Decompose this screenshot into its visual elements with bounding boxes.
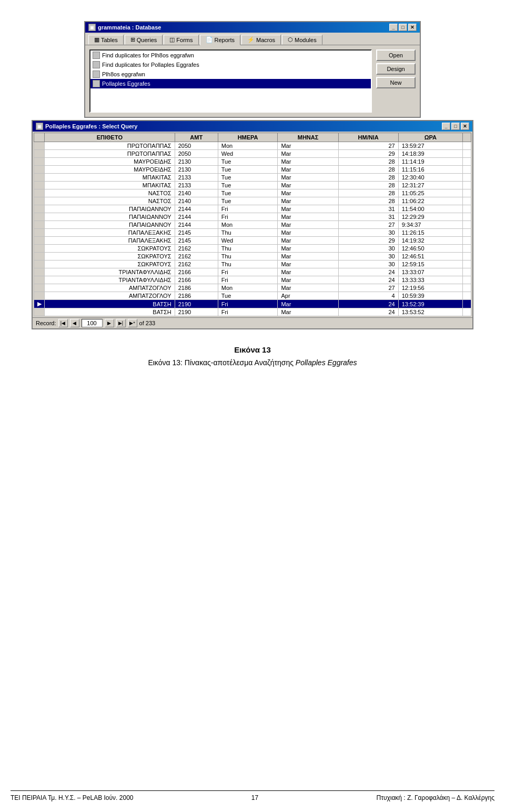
nav-prev-button[interactable]: ◀ [70, 319, 79, 327]
table-row[interactable]: ΠΑΠΑΛΕΞΑΚΗΣ2145ThuMar3011:26:15 [34, 229, 471, 237]
table-row[interactable]: ΠΑΠΑΛΕΞΑΚΗΣ2145WedMar2914:19:32 [34, 237, 471, 245]
table-row[interactable]: ΝΑΣΤΟΣ2140TueMar2811:05:25 [34, 189, 471, 197]
col-hmnia: ΗΜ/ΝΙΑ [338, 133, 398, 142]
table-row[interactable]: ▶ΒΑΤΣΗ2190FriMar2413:52:39 [34, 300, 471, 308]
tab-queries[interactable]: ⊞ Queries [125, 35, 163, 45]
db-titlebar-left: ▣ grammateia : Database [88, 24, 161, 31]
list-item[interactable]: Find duplicates for Pollaples Eggrafes [90, 60, 371, 69]
tables-icon: ▦ [94, 36, 99, 43]
table-row[interactable]: ΑΜΠΑΤΖΟΓΛΟΥ2186TueApr410:59:39 [34, 292, 471, 300]
db-list-area: Find duplicates for Plh8os eggrafwn Find… [89, 49, 372, 113]
col-scroll [463, 133, 471, 142]
caption-desc-text: Εικόνα 13: Πίνακας-αποτέλεσμα Αναζήτησης [148, 358, 295, 367]
table-row[interactable]: ΤΡΙΑΝΤΑΦΥΛΛΙΔΗΣ2166FriMar2413:33:33 [34, 276, 471, 284]
open-button[interactable]: Open [376, 49, 416, 61]
table-row[interactable]: ΠΑΠΑΙΩΑΝΝΟΥ2144FriMar3111:54:00 [34, 205, 471, 213]
nav-new-button[interactable]: ▶* [128, 319, 137, 327]
table-row[interactable]: ΑΜΠΑΤΖΟΓΛΟΥ2186MonMar2712:19:56 [34, 284, 471, 292]
table-row[interactable]: ΝΑΣΤΟΣ2140TueMar2811:06:22 [34, 197, 471, 205]
nav-current-input[interactable] [82, 319, 103, 327]
table-row[interactable]: ΠΡΩΤΟΠΑΠΠΑΣ2050WedMar2914:18:39 [34, 150, 471, 158]
table-row[interactable]: ΒΑΤΣΗ2190FriMar2413:53:52 [34, 308, 471, 316]
query-window-title: Pollaples Eggrafes : Select Query [45, 123, 137, 129]
caption-desc: Εικόνα 13: Πίνακας-αποτέλεσμα Αναζήτησης… [32, 358, 473, 367]
list-item-selected[interactable]: Pollaples Eggrafes [90, 79, 371, 88]
reports-icon: 📄 [206, 36, 213, 43]
query-minimize-button[interactable]: _ [442, 123, 450, 130]
table-row[interactable]: ΜΠΑΚΙΤΑΣ2133TueMar2812:30:40 [34, 174, 471, 182]
db-titlebar: ▣ grammateia : Database _ □ ✕ [85, 22, 420, 33]
table-row[interactable]: ΣΩΚΡΑΤΟΥΣ2162ThuMar3012:59:15 [34, 260, 471, 268]
col-amt: ΑΜΤ [175, 133, 218, 142]
table-row[interactable]: ΜΑΥΡΟΕΙΔΗΣ2130TueMar2811:15:16 [34, 166, 471, 174]
table-row[interactable]: ΠΑΠΑΙΩΑΝΝΟΥ2144MonMar279:34:37 [34, 221, 471, 229]
list-item[interactable]: Plh8os eggrafwn [90, 69, 371, 79]
col-mhnas: ΜΗΝΑΣ [278, 133, 338, 142]
tab-macros[interactable]: ⚡ Macros [241, 35, 281, 45]
close-button[interactable]: ✕ [408, 24, 417, 31]
report-icon [93, 52, 100, 59]
caption-title: Εικόνα 13 [32, 345, 473, 354]
footer: ΤΕΙ ΠΕΙΡΑΙΑ Τμ. Η.Υ.Σ. – PeLAB Ιούν. 200… [11, 790, 494, 801]
table-row[interactable]: ΣΩΚΡΑΤΟΥΣ2162ThuMar3012:46:51 [34, 253, 471, 260]
report-icon [93, 61, 100, 68]
tab-forms[interactable]: ◫ Forms [164, 35, 198, 45]
db-action-buttons: Open Design New [376, 49, 416, 113]
macros-icon: ⚡ [247, 36, 255, 43]
db-content: Find duplicates for Plh8os eggrafwn Find… [85, 45, 420, 117]
tab-reports[interactable]: 📄 Reports [200, 35, 241, 45]
table-row[interactable]: ΠΡΩΤΟΠΑΠΠΑΣ2050MonMar2713:59:27 [34, 142, 471, 150]
report-icon [93, 80, 100, 87]
tab-modules[interactable]: ⬡ Modules [282, 35, 322, 45]
query-titlebar-left: ▣ Pollaples Eggrafes : Select Query [36, 123, 137, 130]
table-row[interactable]: ΣΩΚΡΑΤΟΥΣ2162ThuMar3012:46:50 [34, 245, 471, 253]
query-table-container: ΕΠΙΘΕΤΟ ΑΜΤ ΗΜΕΡΑ ΜΗΝΑΣ ΗΜ/ΝΙΑ ΩΡΑ ΠΡΩΤΟ… [34, 133, 471, 316]
db-window: ▣ grammateia : Database _ □ ✕ ▦ Tables ⊞… [84, 21, 421, 118]
minimize-button[interactable]: _ [389, 24, 398, 31]
footer-right: Πτυχιακή : Ζ. Γαροφαλάκη – Δ. Καλλέργης [376, 794, 494, 801]
db-window-title: grammateia : Database [98, 24, 161, 31]
tabs-row: ▦ Tables ⊞ Queries ◫ Forms 📄 Reports ⚡ [85, 33, 420, 45]
report-icon [93, 71, 100, 78]
col-epitheto: ΕΠΙΘΕΤΟ [45, 133, 175, 142]
caption-italic-text: Pollaples Eggrafes [296, 358, 357, 367]
list-item[interactable]: Find duplicates for Plh8os eggrafwn [90, 51, 371, 60]
nav-next-button[interactable]: ▶ [105, 319, 114, 327]
query-window: ▣ Pollaples Eggrafes : Select Query _ □ … [32, 120, 473, 329]
query-maximize-button[interactable]: □ [451, 123, 460, 130]
titlebar-controls: _ □ ✕ [389, 24, 417, 31]
table-row[interactable]: ΠΑΠΑΙΩΑΝΝΟΥ2144FriMar3112:29:29 [34, 213, 471, 221]
nav-last-button[interactable]: ▶| [116, 319, 126, 327]
footer-left: ΤΕΙ ΠΕΙΡΑΙΑ Τμ. Η.Υ.Σ. – PeLAB Ιούν. 200… [11, 794, 133, 801]
footer-center: 17 [251, 794, 258, 801]
nav-record-label: Record: [36, 320, 56, 326]
design-button[interactable]: Design [376, 63, 416, 75]
col-wra: ΩΡΑ [398, 133, 462, 142]
table-row[interactable]: ΤΡΙΑΝΤΑΦΥΛΛΙΔΗΣ2166FriMar2413:33:07 [34, 268, 471, 276]
query-window-icon: ▣ [36, 123, 43, 130]
caption-area: Εικόνα 13 Εικόνα 13: Πίνακας-αποτέλεσμα … [32, 345, 473, 367]
tab-tables[interactable]: ▦ Tables [88, 35, 124, 45]
maximize-button[interactable]: □ [399, 24, 407, 31]
new-button[interactable]: New [376, 77, 416, 88]
query-titlebar: ▣ Pollaples Eggrafes : Select Query _ □ … [33, 121, 472, 132]
table-row[interactable]: ΜΑΥΡΟΕΙΔΗΣ2130TueMar2811:14:19 [34, 158, 471, 166]
db-window-icon: ▣ [88, 24, 96, 31]
nav-bar: Record: |◀ ◀ ▶ ▶| ▶* of 233 [33, 317, 472, 328]
query-titlebar-controls: _ □ ✕ [442, 123, 469, 130]
col-marker [34, 133, 45, 142]
nav-first-button[interactable]: |◀ [58, 319, 68, 327]
query-close-button[interactable]: ✕ [461, 123, 469, 130]
nav-total: of 233 [139, 320, 156, 326]
queries-icon: ⊞ [130, 36, 135, 43]
modules-icon: ⬡ [288, 36, 293, 43]
col-hmera: ΗΜΕΡΑ [218, 133, 278, 142]
query-table: ΕΠΙΘΕΤΟ ΑΜΤ ΗΜΕΡΑ ΜΗΝΑΣ ΗΜ/ΝΙΑ ΩΡΑ ΠΡΩΤΟ… [34, 133, 471, 316]
forms-icon: ◫ [169, 36, 175, 43]
table-row[interactable]: ΜΠΑΚΙΤΑΣ2133TueMar2812:31:27 [34, 182, 471, 189]
